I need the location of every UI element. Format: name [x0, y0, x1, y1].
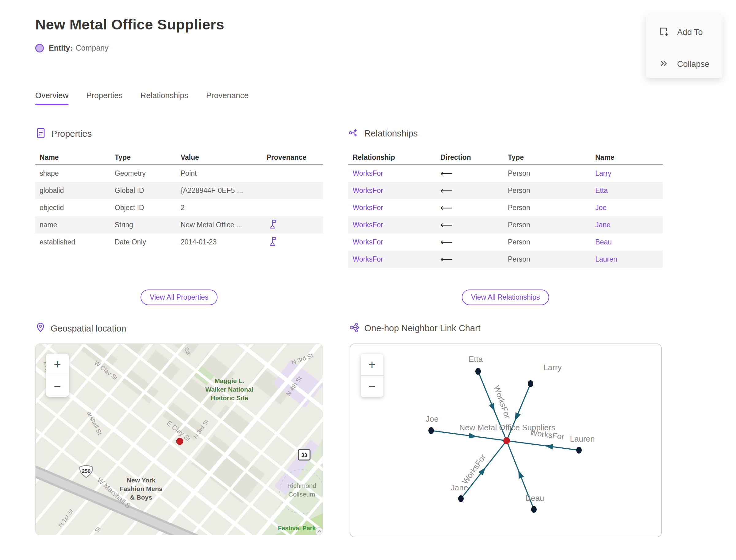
svg-text:& Boys: & Boys: [130, 494, 152, 501]
person-node[interactable]: [475, 368, 481, 375]
table-row: shapeGeometryPoint: [35, 165, 323, 182]
table-row: WorksFor⟵PersonLarry: [348, 165, 663, 182]
person-node[interactable]: [528, 380, 533, 387]
property-name: established: [35, 238, 110, 246]
svg-text:Beau: Beau: [526, 493, 544, 503]
link-chart-section-title: One-hop Neighbor Link Chart: [364, 323, 481, 333]
property-value: New Metal Office ...: [176, 221, 262, 229]
svg-text:Etta: Etta: [469, 355, 483, 364]
edge-arrowhead: [518, 470, 524, 479]
view-all-properties-button[interactable]: View All Properties: [140, 290, 217, 305]
svg-text:Jane: Jane: [451, 483, 468, 492]
direction-arrow: ⟵: [436, 168, 504, 178]
person-node[interactable]: [531, 506, 537, 513]
relationship-link[interactable]: WorksFor: [348, 169, 436, 178]
person-node[interactable]: [428, 427, 434, 434]
related-entity-type: Person: [504, 204, 591, 212]
tab-overview[interactable]: Overview: [35, 91, 68, 105]
table-row: establishedDate Only2014-01-23: [35, 233, 323, 251]
center-entity-node[interactable]: [503, 437, 510, 444]
relationship-link[interactable]: WorksFor: [348, 204, 436, 212]
edge-arrowhead: [545, 444, 553, 450]
property-value: 2: [176, 204, 262, 212]
map-zoom-out-button[interactable]: −: [46, 375, 69, 397]
direction-arrow: ⟵: [436, 220, 504, 230]
edge-arrowhead: [469, 433, 477, 439]
edge-arrowhead: [515, 412, 521, 421]
link-chart-zoom-in-button[interactable]: +: [361, 354, 383, 375]
svg-text:Maggie L.: Maggie L.: [215, 377, 244, 384]
link-chart-icon: [348, 322, 359, 334]
provenance-flag-icon[interactable]: [262, 219, 323, 231]
map-canvas[interactable]: k RdW Clay StSaN 3rd StN 4th Starshall S…: [35, 343, 323, 535]
geospatial-section-header: Geospatial location: [35, 322, 126, 335]
related-entity-link[interactable]: Joe: [591, 204, 663, 212]
related-entity-type: Person: [504, 186, 591, 195]
properties-section-header: Properties: [35, 127, 92, 140]
svg-text:Festival Park: Festival Park: [278, 525, 316, 531]
link-chart-zoom-control: + −: [361, 354, 383, 397]
tab-provenance[interactable]: Provenance: [206, 91, 249, 105]
property-type: Geometry: [110, 169, 176, 178]
relationship-link[interactable]: WorksFor: [348, 186, 436, 195]
collapse-button[interactable]: Collapse: [658, 58, 709, 71]
property-name: name: [35, 221, 110, 229]
column-header: Provenance: [262, 153, 323, 162]
person-node[interactable]: [458, 495, 464, 502]
column-header: Type: [110, 153, 176, 162]
map-zoom-in-button[interactable]: +: [46, 354, 69, 375]
tab-relationships[interactable]: Relationships: [140, 91, 188, 105]
svg-text:WorksFor: WorksFor: [492, 384, 512, 420]
relationship-link[interactable]: WorksFor: [348, 255, 436, 263]
property-name: objectid: [35, 204, 110, 212]
property-value: Point: [176, 169, 262, 178]
properties-table: NameTypeValueProvenance shapeGeometryPoi…: [35, 150, 323, 251]
related-entity-link[interactable]: Etta: [591, 186, 663, 195]
table-row: objectidObject ID2: [35, 199, 323, 216]
svg-text:New York: New York: [127, 477, 155, 484]
svg-text:Larry: Larry: [543, 363, 562, 372]
property-type: Global ID: [110, 186, 176, 195]
relationship-link[interactable]: WorksFor: [348, 221, 436, 229]
table-row: WorksFor⟵PersonLauren: [348, 251, 663, 268]
related-entity-link[interactable]: Larry: [591, 169, 663, 178]
svg-text:Coliseum: Coliseum: [288, 491, 315, 498]
entity-detail-page: New Metal Office Suppliers Entity: Compa…: [0, 0, 736, 560]
svg-text:Walker National: Walker National: [205, 386, 254, 393]
svg-text:Historic Site: Historic Site: [211, 394, 248, 401]
related-entity-link[interactable]: Beau: [591, 238, 663, 246]
edge-arrowhead: [489, 403, 495, 412]
map-zoom-control: + −: [46, 354, 69, 397]
person-node[interactable]: [576, 447, 582, 454]
svg-text:Richmond: Richmond: [287, 482, 316, 489]
collapse-icon: [658, 58, 670, 71]
link-chart-section-header: One-hop Neighbor Link Chart: [348, 322, 481, 334]
add-to-button[interactable]: Add To: [658, 26, 703, 39]
column-header: Name: [35, 153, 110, 162]
column-header: Name: [591, 153, 663, 162]
link-chart-canvas[interactable]: WorksForWorksForWorksForEttaLarryJoeLaur…: [350, 343, 662, 537]
column-header: Value: [176, 153, 262, 162]
related-entity-link[interactable]: Lauren: [591, 255, 663, 263]
add-to-icon: [658, 26, 670, 39]
direction-arrow: ⟵: [436, 203, 504, 213]
property-type: Object ID: [110, 204, 176, 212]
tab-properties[interactable]: Properties: [86, 91, 123, 105]
relationship-link[interactable]: WorksFor: [348, 238, 436, 246]
tab-bar: OverviewPropertiesRelationshipsProvenanc…: [35, 91, 249, 105]
property-name: shape: [35, 169, 110, 178]
property-type: Date Only: [110, 238, 176, 246]
related-entity-type: Person: [504, 169, 591, 178]
link-chart-zoom-out-button[interactable]: −: [361, 376, 383, 397]
related-entity-type: Person: [504, 221, 591, 229]
view-all-relationships-button[interactable]: View All Relationships: [462, 290, 549, 305]
property-type: String: [110, 221, 176, 229]
action-menu: Add To Collapse: [646, 14, 723, 78]
properties-section-title: Properties: [51, 129, 92, 139]
relationships-table-header: RelationshipDirectionTypeName: [348, 150, 663, 165]
entity-type-icon: [35, 44, 44, 52]
related-entity-link[interactable]: Jane: [591, 221, 663, 229]
related-entity-type: Person: [504, 255, 591, 263]
provenance-flag-icon[interactable]: [262, 236, 323, 248]
entity-type-value: Company: [76, 44, 109, 52]
